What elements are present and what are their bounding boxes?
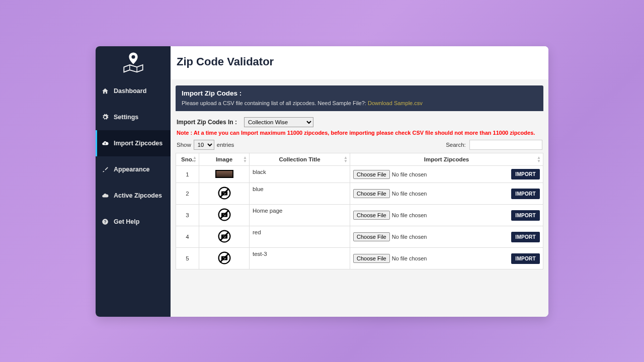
cell-sno: 5 xyxy=(176,248,199,269)
table-controls: Show 10 entries Search: xyxy=(176,140,543,150)
file-status-text: No file chosen xyxy=(392,171,427,177)
cell-image xyxy=(199,166,250,183)
collection-thumbnail xyxy=(215,170,233,178)
file-status-text: No file chosen xyxy=(392,255,427,261)
cell-import: Choose FileNo file chosenIMPORT xyxy=(350,248,543,269)
sort-icon: ▲▼ xyxy=(537,156,541,163)
cloud-upload-icon xyxy=(102,140,109,147)
cell-import: Choose FileNo file chosenIMPORT xyxy=(350,166,543,183)
panel-title: Import Zip Codes : xyxy=(182,89,537,97)
sidebar-item-label: Get Help xyxy=(114,218,139,225)
no-image-icon xyxy=(217,186,231,200)
cell-import: Choose FileNo file chosenIMPORT xyxy=(350,205,543,226)
th-collection-title[interactable]: Collection Title▲▼ xyxy=(250,153,350,166)
sidebar-item-label: Appearance xyxy=(114,166,150,173)
cell-collection-title: blue xyxy=(250,183,350,205)
sidebar: Dashboard Settings Import Zipcodes Appea… xyxy=(96,46,171,317)
cell-image xyxy=(199,248,250,269)
import-button[interactable]: IMPORT xyxy=(511,210,540,221)
import-target-select[interactable]: Collection Wise xyxy=(244,117,313,127)
sidebar-item-import-zipcodes[interactable]: Import Zipcodes xyxy=(96,130,171,156)
import-button[interactable]: IMPORT xyxy=(511,232,540,242)
sort-icon: ▲▼ xyxy=(193,156,197,163)
cell-sno: 2 xyxy=(176,183,199,205)
brush-icon xyxy=(102,166,109,173)
zipcode-table: Sno.▲▼ Image▲▼ Collection Title▲▼ Import… xyxy=(176,153,543,269)
sidebar-item-active-zipcodes[interactable]: Active Zipcodes xyxy=(96,183,171,209)
table-row: 2blueChoose FileNo file chosenIMPORT xyxy=(176,183,543,205)
sidebar-item-label: Active Zipcodes xyxy=(114,192,162,199)
cell-sno: 4 xyxy=(176,226,199,248)
sidebar-item-settings[interactable]: Settings xyxy=(96,104,171,130)
cell-collection-title: black xyxy=(250,166,350,183)
cell-collection-title: Home page xyxy=(250,205,350,226)
choose-file-button[interactable]: Choose File xyxy=(353,170,390,179)
sort-icon: ▲▼ xyxy=(243,156,247,163)
import-note: Note : At a time you can Import maximum … xyxy=(176,130,543,136)
choose-file-button[interactable]: Choose File xyxy=(353,232,390,241)
search-label: Search: xyxy=(446,142,466,148)
table-row: 3Home pageChoose FileNo file chosenIMPOR… xyxy=(176,205,543,226)
svg-text:?: ? xyxy=(104,220,107,224)
cloud-icon xyxy=(102,192,109,199)
logo xyxy=(96,46,171,78)
no-image-icon xyxy=(217,208,231,222)
no-image-icon xyxy=(217,251,231,265)
table-row: 1blackChoose FileNo file chosenIMPORT xyxy=(176,166,543,183)
header: Zip Code Validator xyxy=(171,46,548,79)
choose-file-button[interactable]: Choose File xyxy=(353,254,390,263)
table-row: 4redChoose FileNo file chosenIMPORT xyxy=(176,226,543,248)
import-target-label: Import Zip Codes In : xyxy=(177,119,237,126)
show-label: Show xyxy=(177,142,191,148)
sidebar-item-dashboard[interactable]: Dashboard xyxy=(96,78,171,104)
th-image[interactable]: Image▲▼ xyxy=(199,153,250,166)
file-status-text: No file chosen xyxy=(392,191,427,197)
panel-header: Import Zip Codes : Please upload a CSV f… xyxy=(176,85,543,111)
import-button[interactable]: IMPORT xyxy=(511,189,540,199)
cell-collection-title: red xyxy=(250,226,350,248)
search-input[interactable] xyxy=(469,140,542,150)
no-image-icon xyxy=(217,229,231,243)
app-window: Dashboard Settings Import Zipcodes Appea… xyxy=(96,46,548,317)
page-title: Zip Code Validator xyxy=(177,55,542,68)
gear-icon xyxy=(102,114,109,121)
cell-image xyxy=(199,205,250,226)
panel-subtitle: Please upload a CSV file containing list… xyxy=(182,100,537,106)
download-sample-link[interactable]: Download Sample.csv xyxy=(368,100,423,106)
sidebar-item-label: Import Zipcodes xyxy=(114,140,163,147)
sidebar-item-label: Settings xyxy=(114,114,138,121)
content-area: Import Zip Codes : Please upload a CSV f… xyxy=(171,79,548,317)
map-pin-logo-icon xyxy=(122,52,145,73)
cell-sno: 3 xyxy=(176,205,199,226)
sidebar-item-get-help[interactable]: ? Get Help xyxy=(96,209,171,235)
sort-icon: ▲▼ xyxy=(344,156,348,163)
cell-image xyxy=(199,183,250,205)
sidebar-item-appearance[interactable]: Appearance xyxy=(96,156,171,183)
import-target-row: Import Zip Codes In : Collection Wise xyxy=(176,117,543,127)
choose-file-button[interactable]: Choose File xyxy=(353,189,390,198)
file-status-text: No file chosen xyxy=(392,212,427,218)
help-icon: ? xyxy=(102,218,109,225)
cell-import: Choose FileNo file chosenIMPORT xyxy=(350,226,543,248)
choose-file-button[interactable]: Choose File xyxy=(353,211,390,220)
entries-label: entries xyxy=(217,142,234,148)
cell-image xyxy=(199,226,250,248)
entries-select[interactable]: 10 xyxy=(194,140,214,150)
th-sno[interactable]: Sno.▲▼ xyxy=(176,153,199,166)
cell-import: Choose FileNo file chosenIMPORT xyxy=(350,183,543,205)
cell-sno: 1 xyxy=(176,166,199,183)
import-button[interactable]: IMPORT xyxy=(511,169,540,179)
file-status-text: No file chosen xyxy=(392,234,427,240)
panel-subtitle-text: Please upload a CSV file containing list… xyxy=(182,100,368,106)
home-icon xyxy=(102,87,109,95)
sidebar-item-label: Dashboard xyxy=(114,87,146,95)
table-row: 5test-3Choose FileNo file chosenIMPORT xyxy=(176,248,543,269)
main-content: Zip Code Validator Import Zip Codes : Pl… xyxy=(171,46,548,317)
th-import-zipcodes[interactable]: Import Zipcodes▲▼ xyxy=(350,153,543,166)
import-button[interactable]: IMPORT xyxy=(511,253,540,264)
cell-collection-title: test-3 xyxy=(250,248,350,269)
